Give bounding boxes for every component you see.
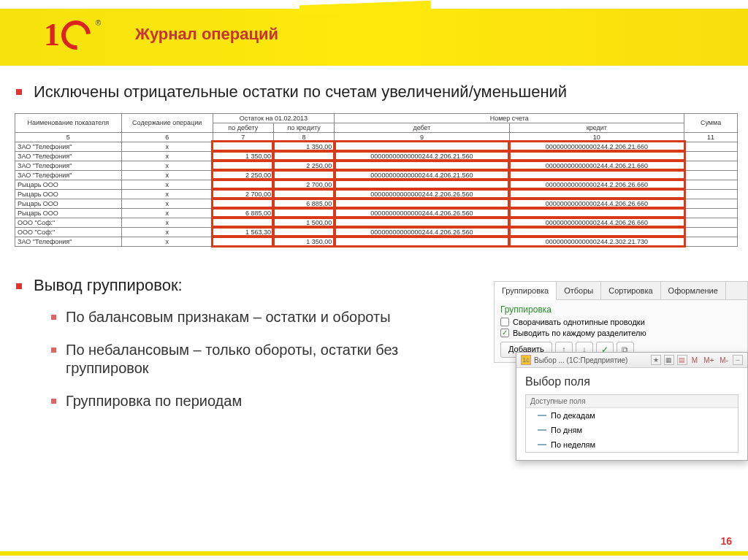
m-mark[interactable]: M <box>690 356 699 364</box>
col-sum: Сумма <box>684 113 738 132</box>
table-row: Рыцарь ОООx6 885,0000000000000000244.4.2… <box>15 208 738 218</box>
col-credit: кредит <box>509 123 684 132</box>
sub-item: Группировка по периодам <box>51 392 460 410</box>
panel-tabs: Группировка Отборы Сортировка Оформление <box>495 282 747 300</box>
checkbox-checked-icon: ✓ <box>500 329 509 337</box>
available-fields-list: Доступные поля По декадамПо днямПо недел… <box>525 394 739 453</box>
table-row: ООО "Соф:"x1 500,0000000000000000244.4.2… <box>15 218 738 227</box>
tab-format[interactable]: Оформление <box>661 282 726 299</box>
field-select-dialog: 1c Выбор ... (1С:Предприятие) ★ ▦ ▤ M M+… <box>516 352 748 461</box>
sub-item: По балансовым признакам – остатки и обор… <box>51 308 460 326</box>
col-debit: дебет <box>335 123 509 132</box>
tab-grouping[interactable]: Группировка <box>495 282 557 300</box>
calc-icon[interactable]: ▦ <box>664 355 674 365</box>
page-title: Журнал операций <box>135 25 278 44</box>
page-number: 16 <box>720 535 732 547</box>
report-table-wrap: Наименование показателя Содержание опера… <box>15 113 733 247</box>
table-row: ЗАО "Телефония"x1 350,000000000000000024… <box>15 142 738 151</box>
field-item[interactable]: По декадам <box>526 408 738 423</box>
dialog-titlebar: 1c Выбор ... (1С:Предприятие) ★ ▦ ▤ M M+… <box>516 353 747 368</box>
col-cred: по кредиту <box>273 123 334 132</box>
report-table: Наименование показателя Содержание опера… <box>15 113 738 247</box>
grouping-title: Группировка <box>500 304 741 315</box>
table-num-row: 5 6 7 8 9 10 11 <box>15 132 738 142</box>
bullet-main: Исключены отрицательные остатки по счета… <box>15 82 733 103</box>
chk-each-divider-label: Выводить по каждому разделителю <box>513 329 646 337</box>
table-row: ЗАО "Телефония"x2 250,000000000000000024… <box>15 170 738 180</box>
table-row: ЗАО "Телефония"x2 250,000000000000000024… <box>15 161 738 170</box>
col-balance: Остаток на 01.02.2013 <box>213 113 335 123</box>
col-deb: по дебету <box>213 123 273 132</box>
table-row: ЗАО "Телефония"x1 350,000000000000000024… <box>15 151 738 161</box>
col-acct: Номер счета <box>335 113 684 123</box>
table-row: Рыцарь ОООx2 700,0000000000000000244.2.2… <box>15 180 738 189</box>
field-item[interactable]: По неделям <box>526 437 738 452</box>
footer-stripe <box>0 551 748 556</box>
sub-item: По небалансовым – только обороты, остатк… <box>51 341 460 377</box>
tab-sort[interactable]: Сортировка <box>601 282 660 299</box>
m-minus-mark[interactable]: M- <box>718 356 730 364</box>
logo-1c: 1® <box>44 19 96 60</box>
col-name: Наименование показателя <box>15 113 122 132</box>
dash-icon <box>538 429 546 431</box>
calendar-icon[interactable]: ▤ <box>677 355 687 365</box>
header-band <box>0 9 748 66</box>
table-row: Рыцарь ОООx6 885,0000000000000000244.4.2… <box>15 199 738 208</box>
chk-collapse[interactable]: Сворачивать однотипные проводки <box>500 318 741 326</box>
star-icon[interactable]: ★ <box>651 355 661 365</box>
m-plus-mark[interactable]: M+ <box>702 356 715 364</box>
fields-header: Доступные поля <box>526 395 738 408</box>
dash-icon <box>538 415 546 416</box>
col-op: Содержание операции <box>121 113 213 132</box>
chk-each-divider[interactable]: ✓ Выводить по каждому разделителю <box>500 329 741 337</box>
table-row: Рыцарь ОООx2 700,0000000000000000244.2.2… <box>15 189 738 199</box>
tab-filters[interactable]: Отборы <box>557 282 601 299</box>
app-icon: 1c <box>521 355 531 365</box>
minimize-icon[interactable]: – <box>733 355 743 365</box>
dash-icon <box>538 444 546 445</box>
dialog-bar-text: Выбор ... (1С:Предприятие) <box>534 356 648 364</box>
field-item[interactable]: По дням <box>526 423 738 437</box>
dialog-title: Выбор поля <box>525 375 739 388</box>
table-row: ООО "Соф:"x1 563,3000000000000000244.4.2… <box>15 227 738 237</box>
grouping-panel: Группировка Отборы Сортировка Оформление… <box>494 281 748 363</box>
checkbox-icon <box>500 318 509 326</box>
table-row: ЗАО "Телефония"x1 350,000000000000000024… <box>15 237 738 246</box>
chk-collapse-label: Сворачивать однотипные проводки <box>513 318 645 326</box>
